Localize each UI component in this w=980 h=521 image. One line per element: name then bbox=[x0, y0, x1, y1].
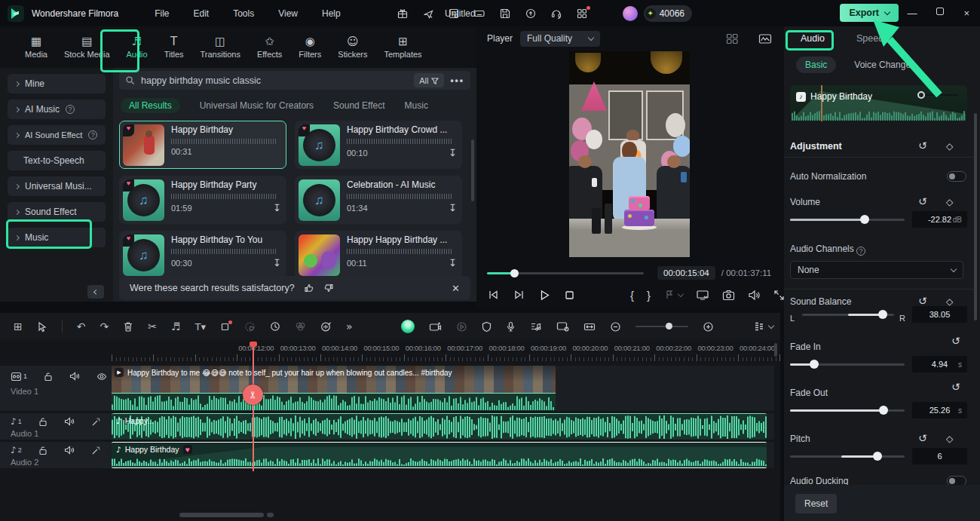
ai-portrait-icon[interactable] bbox=[401, 320, 415, 333]
sidebar-item-text-to-speech[interactable]: Text-to-Speech bbox=[8, 151, 106, 170]
audio-edit-icon[interactable]: ♬ bbox=[171, 320, 181, 333]
reset-button[interactable]: Reset bbox=[795, 494, 837, 513]
export-button[interactable]: Export bbox=[840, 4, 899, 22]
menu-help[interactable]: Help bbox=[322, 8, 341, 19]
crop-tool-icon[interactable] bbox=[220, 322, 230, 332]
fade-in-knob[interactable] bbox=[810, 360, 819, 369]
menu-file[interactable]: File bbox=[155, 8, 169, 19]
subtab-voice-changer[interactable]: Voice Changer bbox=[854, 60, 914, 70]
music-card[interactable]: ♥♫ Happy Birthday Party 01:59↧ bbox=[119, 176, 286, 224]
result-tab-all[interactable]: All Results bbox=[121, 98, 180, 113]
zoom-out-icon[interactable] bbox=[610, 321, 621, 333]
clip-volume-knob[interactable] bbox=[917, 91, 925, 99]
fade-in-slider[interactable] bbox=[790, 359, 905, 369]
next-frame-button[interactable] bbox=[513, 289, 525, 301]
upload-cloud-icon[interactable] bbox=[525, 8, 537, 20]
help-icon[interactable]: ? bbox=[88, 130, 97, 139]
adjustment-reset-icon[interactable]: ↺ bbox=[918, 140, 927, 151]
volume-slider[interactable] bbox=[790, 214, 905, 225]
mask-shield-icon[interactable] bbox=[482, 321, 492, 333]
export-dropdown-chevron[interactable] bbox=[884, 8, 890, 14]
fit-timeline-icon[interactable] bbox=[583, 322, 596, 332]
music-card[interactable]: Happy Happy Birthday ... 00:11↧ bbox=[295, 231, 462, 279]
sound-balance-keyframe-icon[interactable]: ◇ bbox=[946, 296, 953, 307]
track-wand-icon[interactable] bbox=[91, 417, 101, 427]
avatar[interactable] bbox=[623, 6, 638, 21]
keyframe-link-icon[interactable] bbox=[244, 321, 256, 333]
download-icon[interactable]: ↧ bbox=[449, 202, 457, 213]
audio-clip-1[interactable]: ♪Happy... bbox=[112, 413, 767, 440]
preview-render-icon[interactable] bbox=[456, 321, 467, 333]
tab-speed[interactable]: Speed bbox=[856, 33, 884, 44]
tab-media[interactable]: ▦Media bbox=[20, 32, 53, 62]
mute-track-icon[interactable] bbox=[64, 446, 75, 455]
result-tab-universal-music[interactable]: Universal Music for Creators bbox=[200, 100, 314, 111]
thumbs-down-icon[interactable] bbox=[323, 283, 334, 293]
marker-button[interactable] bbox=[663, 289, 683, 301]
music-card[interactable]: ♥ Happy Birthday 00:31 bbox=[119, 121, 286, 169]
ai-audio-icon[interactable] bbox=[320, 321, 332, 333]
clip-volume-line[interactable] bbox=[919, 94, 958, 96]
promotion-icon[interactable] bbox=[422, 8, 434, 20]
more-tools-icon[interactable]: » bbox=[346, 320, 353, 333]
tab-audio-properties[interactable]: Audio bbox=[801, 33, 825, 44]
mute-track-icon[interactable] bbox=[64, 417, 75, 426]
close-button[interactable]: × bbox=[963, 8, 969, 19]
volume-reset-icon[interactable]: ↺ bbox=[918, 196, 927, 207]
track-wand-icon[interactable] bbox=[91, 446, 101, 455]
sidebar-item-ai-sound-effect[interactable]: AI Sound Effect? bbox=[8, 125, 106, 145]
subtab-basic[interactable]: Basic bbox=[796, 57, 836, 73]
volume-button[interactable] bbox=[748, 290, 761, 301]
pitch-knob[interactable] bbox=[873, 452, 882, 461]
playhead-pin[interactable] bbox=[250, 342, 257, 347]
menu-tools[interactable]: Tools bbox=[233, 8, 254, 19]
sidebar-collapse-button[interactable] bbox=[87, 285, 104, 299]
music-card[interactable]: ♥♫ Happy Birthday Crowd ... 00:10↧ bbox=[295, 121, 462, 169]
results-scrollbar[interactable] bbox=[471, 139, 474, 201]
feedback-close-icon[interactable]: ✕ bbox=[452, 283, 460, 294]
minimize-button[interactable]: — bbox=[907, 8, 917, 19]
scopes-icon[interactable] bbox=[758, 33, 772, 44]
pitch-keyframe-icon[interactable]: ◇ bbox=[946, 434, 953, 444]
help-icon[interactable]: ? bbox=[856, 247, 865, 256]
play-button[interactable] bbox=[538, 289, 551, 302]
track-manager-icon[interactable] bbox=[754, 321, 773, 333]
sidebar-item-music[interactable]: Music bbox=[8, 228, 106, 247]
gift-icon[interactable] bbox=[397, 8, 409, 20]
redo-icon[interactable]: ↷ bbox=[100, 320, 109, 333]
undo-icon[interactable]: ↶ bbox=[77, 320, 86, 333]
more-options-button[interactable]: ••• bbox=[450, 75, 464, 86]
points-badge[interactable]: ✦40066 bbox=[644, 5, 692, 22]
music-card[interactable]: ♥♫ Happy Birthday To You 00:30↧ bbox=[119, 231, 286, 279]
save-icon[interactable] bbox=[499, 8, 511, 20]
video-preview[interactable] bbox=[569, 51, 690, 257]
playhead[interactable] bbox=[253, 342, 254, 471]
screen-record-icon[interactable] bbox=[556, 321, 569, 332]
sidebar-item-universal-music[interactable]: Universal Musi... bbox=[8, 176, 106, 196]
select-tool-icon[interactable] bbox=[37, 321, 47, 333]
pitch-slider[interactable] bbox=[790, 451, 905, 461]
snapshot-camera-button[interactable] bbox=[722, 290, 735, 301]
menu-edit[interactable]: Edit bbox=[194, 8, 210, 19]
sound-balance-slider[interactable] bbox=[802, 309, 894, 320]
volume-knob[interactable] bbox=[860, 215, 869, 224]
fade-out-value[interactable]: 25.26s bbox=[912, 402, 967, 418]
properties-scrollbar[interactable] bbox=[974, 113, 977, 320]
tab-templates[interactable]: ⊞Templates bbox=[378, 32, 427, 62]
playback-slider[interactable] bbox=[487, 272, 644, 274]
maximize-button[interactable] bbox=[936, 8, 944, 15]
sidebar-item-ai-music[interactable]: AI Music? bbox=[8, 100, 106, 119]
sound-balance-knob[interactable] bbox=[878, 310, 887, 319]
playback-slider-knob[interactable] bbox=[510, 269, 519, 277]
fade-in-reset-icon[interactable]: ↺ bbox=[951, 336, 960, 346]
tab-titles[interactable]: TTitles bbox=[159, 32, 189, 62]
zoom-in-icon[interactable] bbox=[703, 321, 714, 333]
pitch-value[interactable]: 6 bbox=[912, 448, 967, 464]
result-tab-music[interactable]: Music bbox=[405, 100, 428, 111]
search-filter-button[interactable]: All bbox=[414, 73, 444, 87]
audio-channels-dropdown[interactable]: None bbox=[790, 261, 963, 279]
split-scissors-icon[interactable]: ✂ bbox=[148, 320, 157, 333]
delete-icon[interactable] bbox=[123, 321, 133, 333]
previous-frame-button[interactable] bbox=[487, 289, 500, 301]
voiceover-mic-icon[interactable] bbox=[506, 321, 516, 333]
